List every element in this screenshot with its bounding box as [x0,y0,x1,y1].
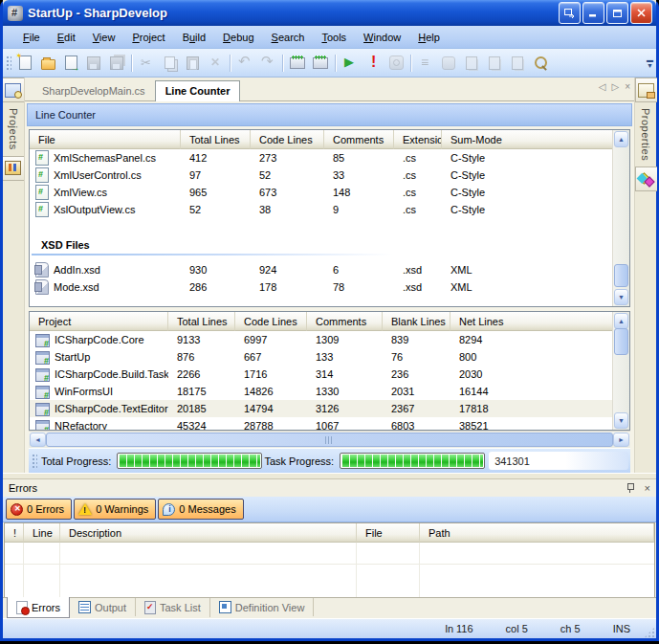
horizontal-scrollbar[interactable]: ◄ ► [29,431,630,448]
table-row[interactable]: Mode.xsd 286 178 78 .xsd XML [30,278,613,296]
column-header[interactable]: Path [420,523,654,543]
projects-pane-label[interactable]: Projects [8,102,19,156]
toolbar-button[interactable] [82,52,105,74]
column-header[interactable]: File [30,130,181,149]
scroll-up-icon[interactable]: ▲ [614,313,628,329]
column-header[interactable]: Net Lines [450,312,613,331]
restore-window-button[interactable] [559,2,581,24]
table-row[interactable]: XmlUserControl.cs 97 52 33 .cs C-Style [30,167,613,184]
column-header[interactable]: Project [30,312,168,331]
toolbar-button[interactable] [506,52,529,74]
toolbar-button[interactable] [135,52,158,74]
toolbar-button[interactable] [437,52,460,74]
project-table-scrollbar[interactable]: ▲ ▼ [612,312,629,430]
table-row[interactable]: ICSharpCode.TextEditor 20185 14794 3126 … [30,400,613,417]
scroll-down-icon[interactable]: ▼ [614,412,628,429]
toolbar-button[interactable] [309,52,332,74]
toolbar-button[interactable] [529,52,552,74]
column-header[interactable]: Comments [324,130,394,149]
classes-pane-tab[interactable] [635,167,657,191]
errors-filter-button[interactable]: 0 Messages [158,499,243,520]
column-header[interactable]: Extension [394,130,442,149]
resize-grip[interactable] [644,627,655,638]
tab-scroll-left-icon[interactable]: ◁ [599,81,606,92]
table-row[interactable]: XmlSchemasPanel.cs 412 273 85 .cs C-Styl… [30,149,613,167]
column-header[interactable]: File [357,523,420,543]
tab-close-icon[interactable]: × [625,81,630,92]
maximize-button[interactable] [606,2,628,24]
column-header[interactable]: Line [24,523,60,543]
properties-pane-tab[interactable] [635,78,657,102]
menu-item[interactable]: Help [409,29,449,46]
scrollbar-thumb[interactable] [46,433,613,447]
bottom-tab[interactable]: Errors [7,597,70,618]
scrollbar-thumb[interactable] [614,328,628,355]
table-row[interactable]: XslOutputView.cs 52 38 9 .cs C-Style [30,201,613,218]
tab-scroll-right-icon[interactable]: ▷ [611,81,619,92]
table-row[interactable]: AddIn.xsd 930 924 6 .xsd XML [30,261,613,278]
toolbar-button[interactable] [181,52,204,74]
bottom-tab[interactable]: Task List [136,598,210,617]
document-tab[interactable]: SharpDevelopMain.cs [33,81,155,100]
column-header[interactable]: Total Lines [168,312,235,331]
toolbar-button[interactable] [362,52,384,74]
toolbar-button[interactable] [483,52,506,74]
menu-item[interactable]: Search [263,29,314,46]
scroll-up-icon[interactable]: ▲ [614,131,628,147]
tools-pane-tab[interactable] [3,156,25,181]
toolbar-button[interactable] [286,52,309,74]
menu-item[interactable]: Tools [313,29,355,46]
scroll-right-icon[interactable]: ► [613,433,629,447]
column-header[interactable]: Code Lines [251,130,324,149]
errors-filter-button[interactable]: 0 Warnings [74,499,156,520]
column-header[interactable]: Comments [307,312,383,331]
errors-filter-button[interactable]: 0 Errors [6,499,72,520]
table-row[interactable]: WinFormsUI 18175 14826 1330 2031 16144 [30,383,613,400]
scroll-left-icon[interactable]: ◄ [30,433,46,447]
progress-panel-grip[interactable] [31,453,37,470]
table-row[interactable]: NRefactory 45324 28788 1067 6803 38521 [30,417,613,430]
column-header[interactable]: Code Lines [235,312,307,331]
pin-icon[interactable] [626,483,635,493]
document-tab[interactable]: Line Counter [155,80,241,101]
column-header[interactable]: Sum-Mode [442,130,613,149]
scrollbar-thumb[interactable] [614,264,628,287]
menu-item[interactable]: Project [123,29,173,46]
properties-pane-label[interactable]: Properties [640,102,651,167]
column-header[interactable]: ! [5,523,24,543]
toolbar-button[interactable] [339,52,362,74]
menu-item[interactable]: Window [355,29,409,46]
toolbar-button[interactable] [414,52,437,74]
column-header[interactable]: Blank Lines [383,312,450,331]
toolbar-button[interactable] [105,52,128,74]
toolbar-button[interactable] [460,52,483,74]
title-bar[interactable]: StartUp - SharpDevelop [3,0,656,26]
table-row[interactable]: ICSharpCode.Core 9133 6997 1309 839 8294 [30,331,613,348]
toolbar-button[interactable] [36,52,59,74]
column-header[interactable]: Description [60,523,357,543]
menu-item[interactable]: Build [174,29,214,46]
panel-close-icon[interactable]: × [645,483,650,493]
menu-item[interactable]: View [84,29,124,46]
menu-item[interactable]: Debug [214,29,262,46]
table-row[interactable]: ICSharpCode.Build.Tasks 2266 1716 314 23… [30,366,613,383]
toolbar-overflow-button[interactable]: ▬▼ [645,51,655,75]
toolbar-button[interactable] [256,52,279,74]
toolbar-button[interactable] [384,52,407,74]
close-button[interactable] [630,2,652,24]
bottom-tab[interactable]: Definition View [210,598,315,616]
table-row[interactable]: StartUp 876 667 133 76 800 [30,348,613,366]
bottom-tab[interactable]: Output [70,598,136,616]
toolbar-button[interactable] [13,52,36,74]
toolbar-button[interactable] [59,52,82,74]
scroll-down-icon[interactable]: ▼ [614,289,628,305]
toolbar-grip[interactable] [5,55,11,72]
menu-item[interactable]: File [14,29,49,46]
toolbar-button[interactable] [204,52,227,74]
column-header[interactable]: Total Lines [181,130,251,149]
menu-item[interactable]: Edit [49,29,84,46]
projects-pane-tab[interactable] [3,78,25,102]
file-table-scrollbar[interactable]: ▲ ▼ [612,130,629,306]
table-row[interactable]: XmlView.cs 965 673 148 .cs C-Style [30,184,613,201]
minimize-button[interactable] [582,2,604,24]
